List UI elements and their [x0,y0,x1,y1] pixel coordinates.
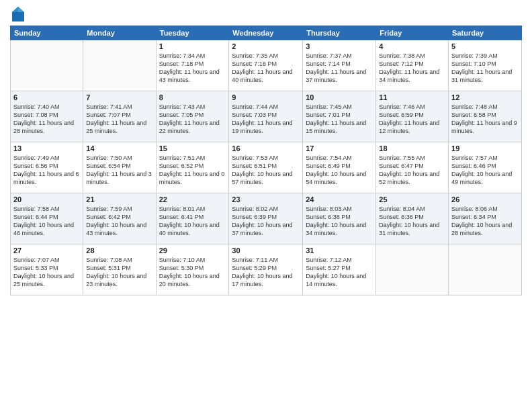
day-number: 3 [306,42,373,50]
calendar-cell: 1Sunrise: 7:34 AM Sunset: 7:18 PM Daylig… [156,40,229,91]
calendar-cell: 10Sunrise: 7:45 AM Sunset: 7:01 PM Dayli… [303,91,376,142]
day-info: Sunrise: 7:46 AM Sunset: 6:59 PM Dayligh… [379,103,445,136]
calendar-cell: 28Sunrise: 7:08 AM Sunset: 5:31 PM Dayli… [83,244,156,295]
day-info: Sunrise: 7:39 AM Sunset: 7:10 PM Dayligh… [451,52,519,85]
day-info: Sunrise: 7:07 AM Sunset: 5:33 PM Dayligh… [13,256,80,289]
day-number: 7 [86,93,152,101]
calendar-cell: 17Sunrise: 7:54 AM Sunset: 6:49 PM Dayli… [303,142,376,193]
day-info: Sunrise: 7:55 AM Sunset: 6:47 PM Dayligh… [379,154,445,187]
day-number: 22 [159,195,226,203]
calendar-cell: 21Sunrise: 7:59 AM Sunset: 6:42 PM Dayli… [83,193,156,244]
day-number: 19 [451,144,519,152]
calendar-cell: 6Sunrise: 7:40 AM Sunset: 7:08 PM Daylig… [11,91,83,142]
logo-icon [12,7,24,21]
page: SundayMondayTuesdayWednesdayThursdayFrid… [0,0,532,411]
week-row-4: 20Sunrise: 7:58 AM Sunset: 6:44 PM Dayli… [11,193,522,244]
calendar-cell: 31Sunrise: 7:12 AM Sunset: 5:27 PM Dayli… [303,244,376,295]
calendar-cell: 19Sunrise: 7:57 AM Sunset: 6:46 PM Dayli… [449,142,522,193]
weekday-header-friday: Friday [376,26,449,40]
day-number: 4 [379,42,445,50]
day-number: 28 [86,246,152,255]
calendar-cell: 9Sunrise: 7:44 AM Sunset: 7:03 PM Daylig… [229,91,303,142]
weekday-header-monday: Monday [83,26,156,40]
day-info: Sunrise: 7:48 AM Sunset: 6:58 PM Dayligh… [451,103,519,136]
day-number: 20 [13,195,80,203]
svg-marker-2 [12,7,18,12]
calendar-cell: 24Sunrise: 8:03 AM Sunset: 6:38 PM Dayli… [303,193,376,244]
weekday-header-wednesday: Wednesday [229,26,303,40]
day-number: 6 [13,93,80,101]
calendar-cell: 16Sunrise: 7:53 AM Sunset: 6:51 PM Dayli… [229,142,303,193]
calendar-cell: 13Sunrise: 7:49 AM Sunset: 6:56 PM Dayli… [11,142,83,193]
calendar-cell: 11Sunrise: 7:46 AM Sunset: 6:59 PM Dayli… [376,91,449,142]
calendar-cell: 3Sunrise: 7:37 AM Sunset: 7:14 PM Daylig… [303,40,376,91]
day-info: Sunrise: 7:57 AM Sunset: 6:46 PM Dayligh… [451,154,519,187]
day-info: Sunrise: 7:37 AM Sunset: 7:14 PM Dayligh… [306,52,373,85]
calendar-cell: 12Sunrise: 7:48 AM Sunset: 6:58 PM Dayli… [449,91,522,142]
day-info: Sunrise: 7:59 AM Sunset: 6:42 PM Dayligh… [86,205,152,238]
calendar-cell: 8Sunrise: 7:43 AM Sunset: 7:05 PM Daylig… [156,91,229,142]
day-number: 12 [451,93,519,101]
day-number: 9 [232,93,300,101]
day-number: 30 [232,246,300,255]
day-info: Sunrise: 7:38 AM Sunset: 7:12 PM Dayligh… [379,52,445,85]
day-info: Sunrise: 7:41 AM Sunset: 7:07 PM Dayligh… [86,103,152,136]
day-info: Sunrise: 7:43 AM Sunset: 7:05 PM Dayligh… [159,103,226,136]
day-info: Sunrise: 7:44 AM Sunset: 7:03 PM Dayligh… [232,103,300,136]
day-number: 14 [86,144,152,152]
day-number: 31 [306,246,373,255]
day-number: 5 [451,42,519,50]
calendar-cell: 29Sunrise: 7:10 AM Sunset: 5:30 PM Dayli… [156,244,229,295]
weekday-header-saturday: Saturday [449,26,522,40]
day-info: Sunrise: 8:01 AM Sunset: 6:41 PM Dayligh… [159,205,226,238]
day-info: Sunrise: 8:03 AM Sunset: 6:38 PM Dayligh… [306,205,373,238]
day-info: Sunrise: 7:10 AM Sunset: 5:30 PM Dayligh… [159,256,226,289]
day-number: 27 [13,246,80,255]
weekday-header-row: SundayMondayTuesdayWednesdayThursdayFrid… [11,26,522,40]
week-row-5: 27Sunrise: 7:07 AM Sunset: 5:33 PM Dayli… [11,244,522,295]
day-info: Sunrise: 7:49 AM Sunset: 6:56 PM Dayligh… [13,154,80,187]
day-number: 23 [232,195,300,203]
calendar-cell: 18Sunrise: 7:55 AM Sunset: 6:47 PM Dayli… [376,142,449,193]
day-info: Sunrise: 7:34 AM Sunset: 7:18 PM Dayligh… [159,52,226,85]
day-info: Sunrise: 7:08 AM Sunset: 5:31 PM Dayligh… [86,256,152,289]
calendar-cell: 22Sunrise: 8:01 AM Sunset: 6:41 PM Dayli… [156,193,229,244]
day-number: 2 [232,42,300,50]
calendar-cell [11,40,83,91]
calendar-cell: 5Sunrise: 7:39 AM Sunset: 7:10 PM Daylig… [449,40,522,91]
day-number: 29 [159,246,226,255]
day-number: 17 [306,144,373,152]
header [10,7,522,21]
calendar-cell: 20Sunrise: 7:58 AM Sunset: 6:44 PM Dayli… [11,193,83,244]
calendar-cell [449,244,522,295]
week-row-3: 13Sunrise: 7:49 AM Sunset: 6:56 PM Dayli… [11,142,522,193]
day-number: 24 [306,195,373,203]
weekday-header-sunday: Sunday [11,26,83,40]
calendar-table: SundayMondayTuesdayWednesdayThursdayFrid… [10,26,522,295]
day-info: Sunrise: 7:11 AM Sunset: 5:29 PM Dayligh… [232,256,300,289]
logo [10,7,26,21]
day-info: Sunrise: 8:02 AM Sunset: 6:39 PM Dayligh… [232,205,300,238]
day-number: 21 [86,195,152,203]
day-info: Sunrise: 7:53 AM Sunset: 6:51 PM Dayligh… [232,154,300,187]
day-number: 10 [306,93,373,101]
day-number: 26 [451,195,519,203]
calendar-cell [83,40,156,91]
calendar-cell: 4Sunrise: 7:38 AM Sunset: 7:12 PM Daylig… [376,40,449,91]
weekday-header-thursday: Thursday [303,26,376,40]
day-info: Sunrise: 7:54 AM Sunset: 6:49 PM Dayligh… [306,154,373,187]
week-row-1: 1Sunrise: 7:34 AM Sunset: 7:18 PM Daylig… [11,40,522,91]
day-number: 15 [159,144,226,152]
calendar-cell: 26Sunrise: 8:06 AM Sunset: 6:34 PM Dayli… [449,193,522,244]
day-number: 13 [13,144,80,152]
day-info: Sunrise: 8:04 AM Sunset: 6:36 PM Dayligh… [379,205,445,238]
calendar-cell: 2Sunrise: 7:35 AM Sunset: 7:16 PM Daylig… [229,40,303,91]
day-info: Sunrise: 8:06 AM Sunset: 6:34 PM Dayligh… [451,205,519,238]
calendar-cell: 7Sunrise: 7:41 AM Sunset: 7:07 PM Daylig… [83,91,156,142]
day-number: 25 [379,195,445,203]
calendar-cell: 25Sunrise: 8:04 AM Sunset: 6:36 PM Dayli… [376,193,449,244]
calendar-cell: 30Sunrise: 7:11 AM Sunset: 5:29 PM Dayli… [229,244,303,295]
day-info: Sunrise: 7:45 AM Sunset: 7:01 PM Dayligh… [306,103,373,136]
day-number: 18 [379,144,445,152]
day-info: Sunrise: 7:51 AM Sunset: 6:52 PM Dayligh… [159,154,226,187]
